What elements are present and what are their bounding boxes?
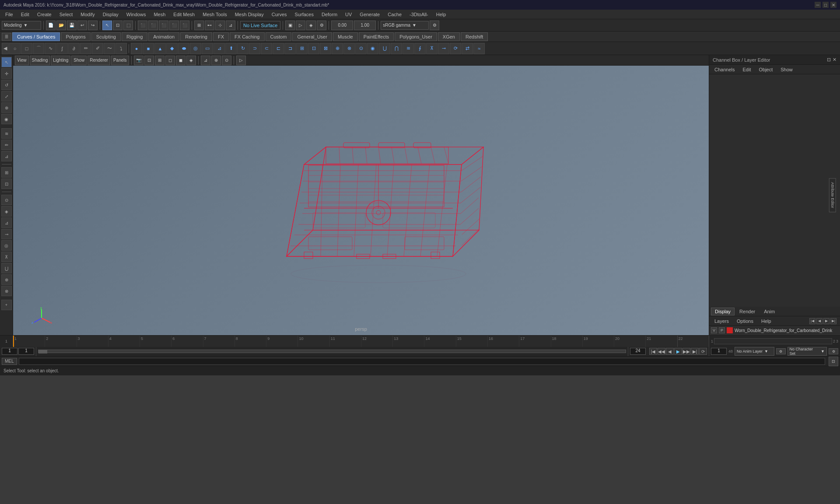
- timeline-track[interactable]: 1 2 3 4 5 6 7 8 9 10 11 12 13 14 15 16 1: [13, 336, 709, 347]
- icon-loft[interactable]: ⊃: [249, 43, 260, 54]
- vp-lighting[interactable]: Lighting: [51, 56, 70, 65]
- playback-play-btn[interactable]: ▶: [674, 348, 682, 355]
- layers-tab-help[interactable]: Help: [758, 318, 775, 325]
- icon-rebuild[interactable]: ⟳: [450, 43, 461, 54]
- playback-first-btn[interactable]: |◀: [649, 348, 657, 355]
- frame-end-input[interactable]: 24: [630, 348, 646, 355]
- tool-select[interactable]: ↖: [1, 57, 12, 67]
- save-btn[interactable]: 💾: [67, 21, 77, 30]
- icon-attach[interactable]: ⊼: [426, 43, 438, 54]
- icon-fillet[interactable]: ⊠: [320, 43, 331, 54]
- cb-tab-edit[interactable]: Edit: [739, 66, 754, 73]
- menu-mesh[interactable]: Mesh: [150, 11, 169, 18]
- right-frame-current[interactable]: 1: [711, 348, 727, 355]
- menu-create[interactable]: Create: [34, 11, 55, 18]
- icon-stitch[interactable]: ≋: [402, 43, 414, 54]
- tool-sculpt[interactable]: ≋: [1, 128, 12, 139]
- layer-nav-prev[interactable]: ◀: [816, 318, 822, 324]
- redo-btn[interactable]: ↪: [88, 21, 98, 30]
- layer-nav-next[interactable]: ▶: [823, 318, 830, 324]
- icon-curve2[interactable]: ∫: [56, 43, 68, 54]
- ipr-btn[interactable]: ◈: [306, 21, 316, 30]
- tool-pivot[interactable]: ⊙: [1, 195, 12, 205]
- channel-box-float-btn[interactable]: ⊡: [827, 57, 831, 63]
- close-btn[interactable]: ✕: [830, 2, 836, 8]
- icon-curve1[interactable]: ∿: [45, 43, 56, 54]
- icon-spline[interactable]: 〜: [104, 43, 115, 54]
- vp-smooth[interactable]: ◼: [176, 56, 186, 65]
- timeline-right-bar[interactable]: [714, 338, 832, 344]
- display-settings-btn[interactable]: ⚙: [317, 21, 326, 30]
- vp-xray[interactable]: ◈: [186, 56, 196, 65]
- snap-point-btn[interactable]: ⊹: [215, 21, 225, 30]
- menu-mesh-tools[interactable]: Mesh Tools: [199, 11, 230, 18]
- playback-stepfwd-btn[interactable]: ▶▶: [682, 348, 690, 355]
- layers-tab-options[interactable]: Options: [733, 318, 757, 325]
- display-tab-anim[interactable]: Anim: [760, 308, 779, 315]
- icon-square[interactable]: □: [21, 43, 32, 54]
- menu-mesh-display[interactable]: Mesh Display: [231, 11, 267, 18]
- icon-detach[interactable]: ⊸: [438, 43, 449, 54]
- icon-extrude[interactable]: ⬆: [225, 43, 237, 54]
- coord-field2[interactable]: 1.00: [354, 21, 376, 30]
- menu-windows[interactable]: Windows: [123, 11, 150, 18]
- tool-comp7[interactable]: ⊗: [1, 286, 12, 296]
- icon-smooth2[interactable]: ≈: [473, 43, 485, 54]
- gamma-dropdown[interactable]: sRGB gamma ▼: [381, 21, 429, 30]
- menu-file[interactable]: File: [2, 11, 17, 18]
- menu-curves[interactable]: Curves: [268, 11, 290, 18]
- playback-last-btn[interactable]: ▶|: [691, 348, 699, 355]
- tool-comp6[interactable]: ⊕: [1, 274, 12, 285]
- tool-paint[interactable]: ✏: [1, 140, 12, 150]
- menu-generate[interactable]: Generate: [356, 11, 383, 18]
- icon-helix[interactable]: ⤵: [116, 43, 127, 54]
- viewport[interactable]: View Shading Lighting Show Renderer Pane…: [13, 55, 709, 335]
- layer-playback-btn[interactable]: P: [719, 327, 725, 333]
- vp-panels[interactable]: Panels: [111, 56, 129, 65]
- tool-scale[interactable]: ⤢: [1, 91, 12, 102]
- vp-view[interactable]: View: [15, 56, 29, 65]
- vp-play-blast[interactable]: ▷: [236, 56, 246, 65]
- tab-redshift[interactable]: Redshift: [461, 32, 488, 41]
- menu-deform[interactable]: Deform: [318, 11, 341, 18]
- tool-move[interactable]: ✛: [1, 68, 12, 79]
- tool-comp5[interactable]: ⋃: [1, 263, 12, 273]
- playback-stepback-btn[interactable]: ◀◀: [658, 348, 665, 355]
- vp-iso[interactable]: ⊿: [201, 56, 210, 65]
- vertex-btn[interactable]: ⬛: [148, 21, 158, 30]
- object-mode-btn[interactable]: ⬛: [138, 21, 147, 30]
- paint-select-btn[interactable]: ⬚: [123, 21, 133, 30]
- snap-curve-btn[interactable]: ⊷: [205, 21, 214, 30]
- mel-script-editor-btn[interactable]: ⊡: [829, 357, 838, 366]
- display-tab-render[interactable]: Render: [735, 308, 759, 315]
- layer-nav-last[interactable]: ▶|: [830, 318, 836, 324]
- tool-comp1[interactable]: ⊿: [1, 217, 12, 228]
- tab-polygons-user[interactable]: Polygons_User: [395, 32, 437, 41]
- maximize-btn[interactable]: □: [822, 2, 829, 8]
- tab-general-user[interactable]: General_User: [292, 32, 332, 41]
- cb-tab-object[interactable]: Object: [755, 66, 776, 73]
- icon-sculpt[interactable]: ∮: [414, 43, 426, 54]
- icon-bool-diff[interactable]: ⋂: [391, 43, 402, 54]
- icon-intersect[interactable]: ⊕: [332, 43, 343, 54]
- menu-help[interactable]: Help: [433, 11, 450, 18]
- tool-soft-select[interactable]: ◈: [1, 206, 12, 217]
- icon-sphere[interactable]: ●: [131, 43, 142, 54]
- icon-project[interactable]: ⊗: [343, 43, 355, 54]
- mel-input[interactable]: [19, 358, 825, 365]
- icon-trim[interactable]: ⊙: [355, 43, 367, 54]
- vp-hud[interactable]: ⊕: [211, 56, 221, 65]
- tab-rigging[interactable]: Rigging: [122, 32, 147, 41]
- tab-polygons[interactable]: Polygons: [61, 32, 90, 41]
- menu-edit[interactable]: Edit: [18, 11, 33, 18]
- icon-toggle-btn[interactable]: ◀: [2, 43, 9, 54]
- tool-grid[interactable]: ⊡: [1, 178, 12, 189]
- vp-show[interactable]: Show: [71, 56, 87, 65]
- menu-select[interactable]: Select: [56, 11, 77, 18]
- icon-cube[interactable]: ■: [143, 43, 154, 54]
- range-bar[interactable]: [38, 350, 626, 353]
- icon-bevel[interactable]: ⊡: [308, 43, 319, 54]
- icon-sweep[interactable]: ⊂: [261, 43, 272, 54]
- snap-grid-btn[interactable]: ⊞: [194, 21, 204, 30]
- uv-btn[interactable]: ⬛: [180, 21, 189, 30]
